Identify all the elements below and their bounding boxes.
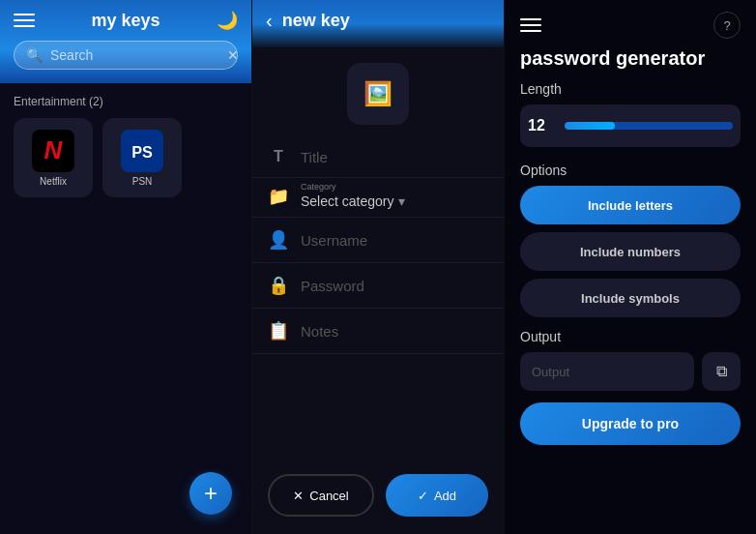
include-symbols-button[interactable]: Include symbols: [520, 279, 741, 317]
include-numbers-button[interactable]: Include numbers: [520, 232, 741, 271]
panel-new-key: ‹ new key 🖼️ T Title 📁 Category Select c…: [251, 0, 505, 534]
panel3-title: password generator: [505, 46, 756, 81]
include-letters-label: Include letters: [588, 198, 673, 213]
key-card-psn[interactable]: PS PSN: [102, 118, 182, 197]
category-select-row[interactable]: Select category ▾: [301, 193, 405, 209]
notes-label: Notes: [301, 323, 488, 340]
upgrade-button[interactable]: Upgrade to pro: [520, 402, 741, 445]
key-name-psn: PSN: [132, 176, 153, 187]
output-section-label: Output: [505, 325, 756, 352]
length-slider-track[interactable]: [565, 122, 733, 130]
search-input[interactable]: [50, 47, 219, 63]
cancel-icon: ✕: [293, 489, 304, 503]
add-label: Add: [434, 489, 456, 503]
person-icon: 👤: [268, 229, 289, 251]
category-field[interactable]: 📁 Category Select category ▾: [252, 178, 504, 218]
panel1-content: Entertainment (2) N Netflix PS PSN: [0, 83, 251, 534]
help-button[interactable]: ?: [713, 12, 741, 39]
panel3-hamburger-icon[interactable]: [520, 18, 541, 32]
panel-my-keys: my keys 🌙 🔍 ✕ Entertainment (2) N Netfli…: [0, 0, 251, 534]
cancel-label: Cancel: [309, 489, 348, 503]
image-icon: 🖼️: [363, 80, 393, 107]
key-grid: N Netflix PS PSN: [14, 118, 238, 197]
panel1-top-bar: my keys 🌙 🔍 ✕: [0, 0, 251, 83]
panel3-top-bar: ?: [505, 0, 756, 46]
title-icon: T: [268, 148, 289, 165]
output-field[interactable]: Output: [520, 352, 694, 391]
panel2-top-bar: ‹ new key: [252, 0, 504, 47]
include-symbols-label: Include symbols: [581, 291, 680, 306]
chevron-down-icon: ▾: [398, 193, 405, 209]
select-category-text: Select category: [301, 193, 394, 209]
category-label: Entertainment (2): [14, 95, 238, 108]
psn-logo: PS: [121, 130, 163, 172]
title-field[interactable]: T Title: [252, 136, 504, 178]
copy-icon: ⧉: [716, 363, 727, 380]
password-field[interactable]: 🔒 Password: [252, 263, 504, 309]
dark-mode-icon[interactable]: 🌙: [217, 10, 238, 31]
upgrade-label: Upgrade to pro: [582, 416, 679, 431]
password-label: Password: [301, 278, 488, 294]
folder-icon: 📁: [268, 186, 289, 207]
panel-password-generator: ? password generator Length 12 Options I…: [505, 0, 756, 534]
length-value: 12: [528, 117, 555, 134]
panel1-title: my keys: [91, 11, 160, 31]
search-icon: 🔍: [26, 47, 43, 63]
netflix-logo: N: [32, 130, 74, 172]
image-placeholder[interactable]: 🖼️: [347, 63, 409, 125]
lock-icon: 🔒: [268, 275, 289, 296]
panel1-menu-row: my keys 🌙: [14, 10, 238, 31]
key-card-netflix[interactable]: N Netflix: [14, 118, 93, 197]
notes-field[interactable]: 📋 Notes: [252, 309, 504, 354]
plus-icon: +: [204, 480, 218, 507]
notes-icon: 📋: [268, 320, 289, 341]
length-section-label: Length: [505, 81, 756, 104]
question-icon: ?: [723, 18, 730, 33]
cancel-button[interactable]: ✕ Cancel: [268, 474, 374, 517]
hamburger-menu-icon[interactable]: [14, 14, 35, 27]
clear-search-icon[interactable]: ✕: [227, 47, 239, 63]
add-button[interactable]: ✓ Add: [386, 474, 488, 517]
search-bar[interactable]: 🔍 ✕: [14, 41, 238, 70]
include-letters-button[interactable]: Include letters: [520, 186, 741, 224]
panel2-title: new key: [282, 11, 350, 31]
options-section-label: Options: [505, 163, 756, 186]
category-content: Category Select category ▾: [301, 182, 405, 209]
length-slider-fill: [565, 122, 615, 130]
category-sublabel: Category: [301, 182, 405, 192]
panel2-action-buttons: ✕ Cancel ✓ Add: [252, 474, 504, 517]
svg-text:PS: PS: [131, 143, 153, 161]
back-button[interactable]: ‹: [266, 10, 273, 32]
copy-button[interactable]: ⧉: [702, 352, 741, 391]
key-name-netflix: Netflix: [40, 176, 67, 187]
checkmark-icon: ✓: [418, 489, 428, 503]
username-label: Username: [301, 232, 488, 249]
add-key-fab-button[interactable]: +: [189, 472, 232, 515]
title-label: Title: [301, 149, 488, 165]
output-text: Output: [532, 365, 569, 379]
include-numbers-label: Include numbers: [580, 245, 681, 259]
username-field[interactable]: 👤 Username: [252, 218, 504, 263]
length-slider-container[interactable]: 12: [520, 104, 741, 147]
output-row: Output ⧉: [520, 352, 741, 391]
